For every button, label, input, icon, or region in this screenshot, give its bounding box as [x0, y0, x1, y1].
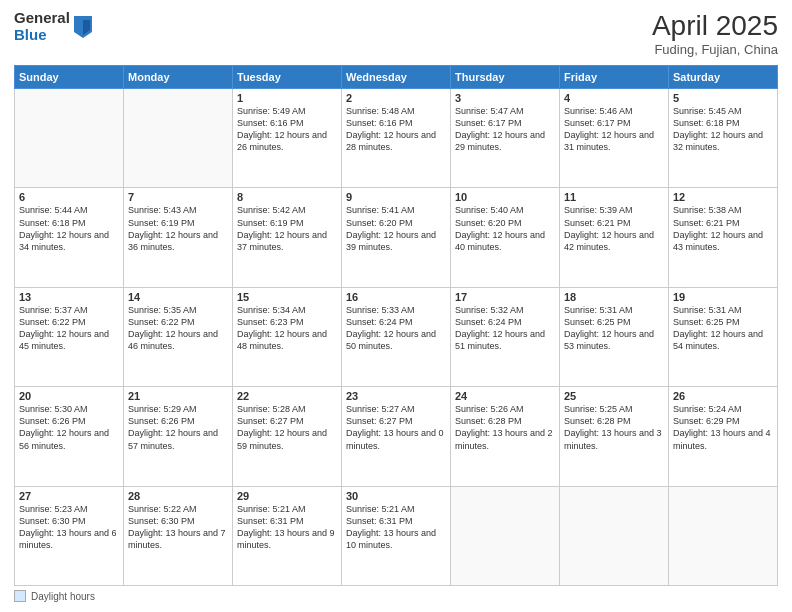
table-row: 24Sunrise: 5:26 AMSunset: 6:28 PMDayligh… [451, 387, 560, 486]
table-row: 21Sunrise: 5:29 AMSunset: 6:26 PMDayligh… [124, 387, 233, 486]
table-row [560, 486, 669, 585]
day-number: 8 [237, 191, 337, 203]
col-sunday: Sunday [15, 66, 124, 89]
day-number: 23 [346, 390, 446, 402]
table-row: 28Sunrise: 5:22 AMSunset: 6:30 PMDayligh… [124, 486, 233, 585]
day-info: Sunrise: 5:35 AMSunset: 6:22 PMDaylight:… [128, 304, 228, 353]
day-info: Sunrise: 5:28 AMSunset: 6:27 PMDaylight:… [237, 403, 337, 452]
day-number: 28 [128, 490, 228, 502]
day-info: Sunrise: 5:38 AMSunset: 6:21 PMDaylight:… [673, 204, 773, 253]
calendar-week-row: 1Sunrise: 5:49 AMSunset: 6:16 PMDaylight… [15, 89, 778, 188]
day-number: 19 [673, 291, 773, 303]
day-number: 11 [564, 191, 664, 203]
table-row [451, 486, 560, 585]
table-row: 26Sunrise: 5:24 AMSunset: 6:29 PMDayligh… [669, 387, 778, 486]
day-number: 7 [128, 191, 228, 203]
col-wednesday: Wednesday [342, 66, 451, 89]
table-row: 25Sunrise: 5:25 AMSunset: 6:28 PMDayligh… [560, 387, 669, 486]
day-info: Sunrise: 5:30 AMSunset: 6:26 PMDaylight:… [19, 403, 119, 452]
table-row: 9Sunrise: 5:41 AMSunset: 6:20 PMDaylight… [342, 188, 451, 287]
day-number: 17 [455, 291, 555, 303]
day-number: 14 [128, 291, 228, 303]
table-row: 15Sunrise: 5:34 AMSunset: 6:23 PMDayligh… [233, 287, 342, 386]
logo-general: General [14, 10, 70, 27]
day-info: Sunrise: 5:33 AMSunset: 6:24 PMDaylight:… [346, 304, 446, 353]
day-number: 25 [564, 390, 664, 402]
calendar-table: Sunday Monday Tuesday Wednesday Thursday… [14, 65, 778, 586]
day-number: 30 [346, 490, 446, 502]
day-info: Sunrise: 5:25 AMSunset: 6:28 PMDaylight:… [564, 403, 664, 452]
table-row: 11Sunrise: 5:39 AMSunset: 6:21 PMDayligh… [560, 188, 669, 287]
day-info: Sunrise: 5:44 AMSunset: 6:18 PMDaylight:… [19, 204, 119, 253]
day-info: Sunrise: 5:26 AMSunset: 6:28 PMDaylight:… [455, 403, 555, 452]
col-monday: Monday [124, 66, 233, 89]
day-number: 20 [19, 390, 119, 402]
day-number: 29 [237, 490, 337, 502]
day-info: Sunrise: 5:40 AMSunset: 6:20 PMDaylight:… [455, 204, 555, 253]
day-info: Sunrise: 5:45 AMSunset: 6:18 PMDaylight:… [673, 105, 773, 154]
day-number: 5 [673, 92, 773, 104]
day-info: Sunrise: 5:41 AMSunset: 6:20 PMDaylight:… [346, 204, 446, 253]
day-info: Sunrise: 5:23 AMSunset: 6:30 PMDaylight:… [19, 503, 119, 552]
table-row: 29Sunrise: 5:21 AMSunset: 6:31 PMDayligh… [233, 486, 342, 585]
col-tuesday: Tuesday [233, 66, 342, 89]
table-row: 4Sunrise: 5:46 AMSunset: 6:17 PMDaylight… [560, 89, 669, 188]
day-number: 16 [346, 291, 446, 303]
day-info: Sunrise: 5:32 AMSunset: 6:24 PMDaylight:… [455, 304, 555, 353]
table-row: 12Sunrise: 5:38 AMSunset: 6:21 PMDayligh… [669, 188, 778, 287]
day-info: Sunrise: 5:21 AMSunset: 6:31 PMDaylight:… [346, 503, 446, 552]
calendar-header-row: Sunday Monday Tuesday Wednesday Thursday… [15, 66, 778, 89]
day-number: 24 [455, 390, 555, 402]
table-row [669, 486, 778, 585]
day-info: Sunrise: 5:49 AMSunset: 6:16 PMDaylight:… [237, 105, 337, 154]
day-number: 2 [346, 92, 446, 104]
table-row: 14Sunrise: 5:35 AMSunset: 6:22 PMDayligh… [124, 287, 233, 386]
table-row [124, 89, 233, 188]
logo: General Blue [14, 10, 92, 43]
table-row: 20Sunrise: 5:30 AMSunset: 6:26 PMDayligh… [15, 387, 124, 486]
main-title: April 2025 [652, 10, 778, 42]
day-number: 9 [346, 191, 446, 203]
subtitle: Fuding, Fujian, China [652, 42, 778, 57]
day-number: 1 [237, 92, 337, 104]
title-block: April 2025 Fuding, Fujian, China [652, 10, 778, 57]
day-number: 6 [19, 191, 119, 203]
table-row: 2Sunrise: 5:48 AMSunset: 6:16 PMDaylight… [342, 89, 451, 188]
day-info: Sunrise: 5:42 AMSunset: 6:19 PMDaylight:… [237, 204, 337, 253]
table-row: 27Sunrise: 5:23 AMSunset: 6:30 PMDayligh… [15, 486, 124, 585]
calendar-week-row: 20Sunrise: 5:30 AMSunset: 6:26 PMDayligh… [15, 387, 778, 486]
day-info: Sunrise: 5:31 AMSunset: 6:25 PMDaylight:… [673, 304, 773, 353]
day-info: Sunrise: 5:22 AMSunset: 6:30 PMDaylight:… [128, 503, 228, 552]
table-row: 22Sunrise: 5:28 AMSunset: 6:27 PMDayligh… [233, 387, 342, 486]
table-row: 23Sunrise: 5:27 AMSunset: 6:27 PMDayligh… [342, 387, 451, 486]
day-info: Sunrise: 5:27 AMSunset: 6:27 PMDaylight:… [346, 403, 446, 452]
day-info: Sunrise: 5:39 AMSunset: 6:21 PMDaylight:… [564, 204, 664, 253]
table-row [15, 89, 124, 188]
logo-blue: Blue [14, 27, 70, 44]
col-friday: Friday [560, 66, 669, 89]
day-info: Sunrise: 5:48 AMSunset: 6:16 PMDaylight:… [346, 105, 446, 154]
day-number: 27 [19, 490, 119, 502]
day-info: Sunrise: 5:46 AMSunset: 6:17 PMDaylight:… [564, 105, 664, 154]
day-info: Sunrise: 5:29 AMSunset: 6:26 PMDaylight:… [128, 403, 228, 452]
day-info: Sunrise: 5:34 AMSunset: 6:23 PMDaylight:… [237, 304, 337, 353]
col-saturday: Saturday [669, 66, 778, 89]
calendar-week-row: 27Sunrise: 5:23 AMSunset: 6:30 PMDayligh… [15, 486, 778, 585]
day-number: 4 [564, 92, 664, 104]
table-row: 16Sunrise: 5:33 AMSunset: 6:24 PMDayligh… [342, 287, 451, 386]
table-row: 7Sunrise: 5:43 AMSunset: 6:19 PMDaylight… [124, 188, 233, 287]
table-row: 30Sunrise: 5:21 AMSunset: 6:31 PMDayligh… [342, 486, 451, 585]
col-thursday: Thursday [451, 66, 560, 89]
footer-label: Daylight hours [31, 591, 95, 602]
day-number: 18 [564, 291, 664, 303]
day-info: Sunrise: 5:43 AMSunset: 6:19 PMDaylight:… [128, 204, 228, 253]
day-info: Sunrise: 5:21 AMSunset: 6:31 PMDaylight:… [237, 503, 337, 552]
table-row: 18Sunrise: 5:31 AMSunset: 6:25 PMDayligh… [560, 287, 669, 386]
footer: Daylight hours [14, 590, 778, 602]
day-number: 3 [455, 92, 555, 104]
table-row: 6Sunrise: 5:44 AMSunset: 6:18 PMDaylight… [15, 188, 124, 287]
table-row: 3Sunrise: 5:47 AMSunset: 6:17 PMDaylight… [451, 89, 560, 188]
table-row: 19Sunrise: 5:31 AMSunset: 6:25 PMDayligh… [669, 287, 778, 386]
day-info: Sunrise: 5:24 AMSunset: 6:29 PMDaylight:… [673, 403, 773, 452]
day-number: 12 [673, 191, 773, 203]
